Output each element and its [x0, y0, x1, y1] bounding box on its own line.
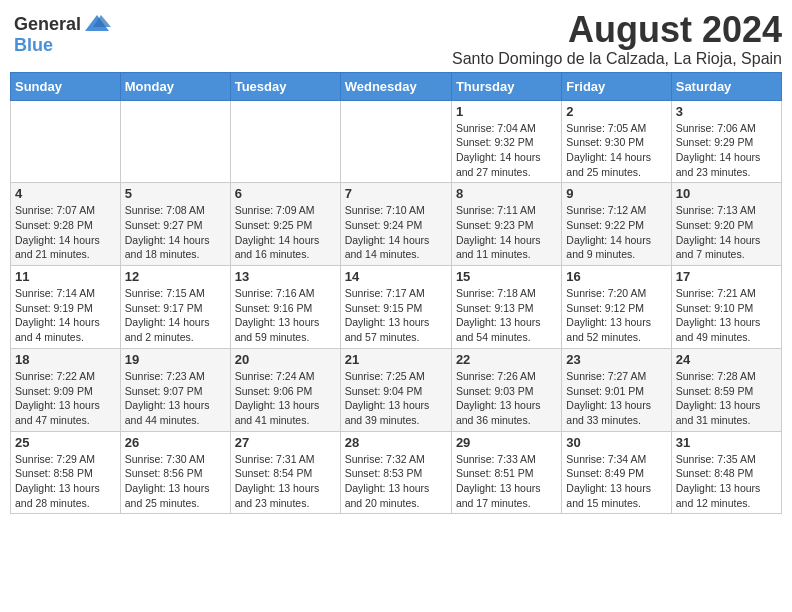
calendar-week-row: 18Sunrise: 7:22 AM Sunset: 9:09 PM Dayli…	[11, 348, 782, 431]
day-info: Sunrise: 7:25 AM Sunset: 9:04 PM Dayligh…	[345, 369, 447, 428]
day-number: 26	[125, 435, 226, 450]
calendar-cell: 17Sunrise: 7:21 AM Sunset: 9:10 PM Dayli…	[671, 266, 781, 349]
calendar-cell: 14Sunrise: 7:17 AM Sunset: 9:15 PM Dayli…	[340, 266, 451, 349]
calendar-cell: 21Sunrise: 7:25 AM Sunset: 9:04 PM Dayli…	[340, 348, 451, 431]
day-info: Sunrise: 7:35 AM Sunset: 8:48 PM Dayligh…	[676, 452, 777, 511]
day-number: 23	[566, 352, 666, 367]
logo-icon	[83, 13, 111, 35]
calendar-week-row: 11Sunrise: 7:14 AM Sunset: 9:19 PM Dayli…	[11, 266, 782, 349]
day-info: Sunrise: 7:31 AM Sunset: 8:54 PM Dayligh…	[235, 452, 336, 511]
day-info: Sunrise: 7:30 AM Sunset: 8:56 PM Dayligh…	[125, 452, 226, 511]
day-info: Sunrise: 7:24 AM Sunset: 9:06 PM Dayligh…	[235, 369, 336, 428]
day-info: Sunrise: 7:06 AM Sunset: 9:29 PM Dayligh…	[676, 121, 777, 180]
day-info: Sunrise: 7:10 AM Sunset: 9:24 PM Dayligh…	[345, 203, 447, 262]
day-info: Sunrise: 7:20 AM Sunset: 9:12 PM Dayligh…	[566, 286, 666, 345]
calendar-cell: 31Sunrise: 7:35 AM Sunset: 8:48 PM Dayli…	[671, 431, 781, 514]
day-number: 30	[566, 435, 666, 450]
day-number: 25	[15, 435, 116, 450]
day-info: Sunrise: 7:28 AM Sunset: 8:59 PM Dayligh…	[676, 369, 777, 428]
calendar-cell: 30Sunrise: 7:34 AM Sunset: 8:49 PM Dayli…	[562, 431, 671, 514]
calendar-cell	[11, 100, 121, 183]
day-number: 20	[235, 352, 336, 367]
calendar-cell: 16Sunrise: 7:20 AM Sunset: 9:12 PM Dayli…	[562, 266, 671, 349]
logo-blue-text: Blue	[14, 35, 53, 56]
day-info: Sunrise: 7:07 AM Sunset: 9:28 PM Dayligh…	[15, 203, 116, 262]
day-number: 28	[345, 435, 447, 450]
day-info: Sunrise: 7:27 AM Sunset: 9:01 PM Dayligh…	[566, 369, 666, 428]
day-number: 5	[125, 186, 226, 201]
calendar-cell: 2Sunrise: 7:05 AM Sunset: 9:30 PM Daylig…	[562, 100, 671, 183]
calendar-body: 1Sunrise: 7:04 AM Sunset: 9:32 PM Daylig…	[11, 100, 782, 514]
day-number: 6	[235, 186, 336, 201]
day-info: Sunrise: 7:04 AM Sunset: 9:32 PM Dayligh…	[456, 121, 557, 180]
calendar-header-row: SundayMondayTuesdayWednesdayThursdayFrid…	[11, 72, 782, 100]
calendar-cell: 5Sunrise: 7:08 AM Sunset: 9:27 PM Daylig…	[120, 183, 230, 266]
day-info: Sunrise: 7:05 AM Sunset: 9:30 PM Dayligh…	[566, 121, 666, 180]
day-info: Sunrise: 7:33 AM Sunset: 8:51 PM Dayligh…	[456, 452, 557, 511]
logo: General Blue	[10, 10, 115, 60]
calendar-day-header: Sunday	[11, 72, 121, 100]
day-info: Sunrise: 7:22 AM Sunset: 9:09 PM Dayligh…	[15, 369, 116, 428]
calendar-cell: 24Sunrise: 7:28 AM Sunset: 8:59 PM Dayli…	[671, 348, 781, 431]
day-number: 13	[235, 269, 336, 284]
day-info: Sunrise: 7:32 AM Sunset: 8:53 PM Dayligh…	[345, 452, 447, 511]
calendar-week-row: 4Sunrise: 7:07 AM Sunset: 9:28 PM Daylig…	[11, 183, 782, 266]
day-info: Sunrise: 7:29 AM Sunset: 8:58 PM Dayligh…	[15, 452, 116, 511]
calendar: SundayMondayTuesdayWednesdayThursdayFrid…	[10, 72, 782, 515]
calendar-day-header: Saturday	[671, 72, 781, 100]
calendar-cell: 23Sunrise: 7:27 AM Sunset: 9:01 PM Dayli…	[562, 348, 671, 431]
day-number: 19	[125, 352, 226, 367]
calendar-cell: 8Sunrise: 7:11 AM Sunset: 9:23 PM Daylig…	[451, 183, 561, 266]
title-area: August 2024 Santo Domingo de la Calzada,…	[115, 10, 782, 68]
day-info: Sunrise: 7:21 AM Sunset: 9:10 PM Dayligh…	[676, 286, 777, 345]
calendar-cell: 6Sunrise: 7:09 AM Sunset: 9:25 PM Daylig…	[230, 183, 340, 266]
header: General Blue August 2024 Santo Domingo d…	[10, 10, 782, 68]
calendar-cell: 10Sunrise: 7:13 AM Sunset: 9:20 PM Dayli…	[671, 183, 781, 266]
calendar-cell	[340, 100, 451, 183]
day-number: 18	[15, 352, 116, 367]
calendar-cell: 22Sunrise: 7:26 AM Sunset: 9:03 PM Dayli…	[451, 348, 561, 431]
logo-general-text: General	[14, 14, 81, 35]
day-number: 16	[566, 269, 666, 284]
day-number: 29	[456, 435, 557, 450]
day-number: 9	[566, 186, 666, 201]
day-info: Sunrise: 7:09 AM Sunset: 9:25 PM Dayligh…	[235, 203, 336, 262]
day-number: 3	[676, 104, 777, 119]
day-number: 1	[456, 104, 557, 119]
day-info: Sunrise: 7:26 AM Sunset: 9:03 PM Dayligh…	[456, 369, 557, 428]
calendar-day-header: Tuesday	[230, 72, 340, 100]
day-number: 27	[235, 435, 336, 450]
day-number: 10	[676, 186, 777, 201]
calendar-cell: 4Sunrise: 7:07 AM Sunset: 9:28 PM Daylig…	[11, 183, 121, 266]
calendar-cell: 13Sunrise: 7:16 AM Sunset: 9:16 PM Dayli…	[230, 266, 340, 349]
day-info: Sunrise: 7:18 AM Sunset: 9:13 PM Dayligh…	[456, 286, 557, 345]
calendar-cell: 27Sunrise: 7:31 AM Sunset: 8:54 PM Dayli…	[230, 431, 340, 514]
day-number: 11	[15, 269, 116, 284]
day-info: Sunrise: 7:13 AM Sunset: 9:20 PM Dayligh…	[676, 203, 777, 262]
calendar-week-row: 1Sunrise: 7:04 AM Sunset: 9:32 PM Daylig…	[11, 100, 782, 183]
day-info: Sunrise: 7:08 AM Sunset: 9:27 PM Dayligh…	[125, 203, 226, 262]
calendar-day-header: Thursday	[451, 72, 561, 100]
main-title: August 2024	[115, 10, 782, 50]
calendar-cell: 15Sunrise: 7:18 AM Sunset: 9:13 PM Dayli…	[451, 266, 561, 349]
day-info: Sunrise: 7:15 AM Sunset: 9:17 PM Dayligh…	[125, 286, 226, 345]
calendar-cell: 28Sunrise: 7:32 AM Sunset: 8:53 PM Dayli…	[340, 431, 451, 514]
calendar-day-header: Monday	[120, 72, 230, 100]
calendar-cell: 26Sunrise: 7:30 AM Sunset: 8:56 PM Dayli…	[120, 431, 230, 514]
day-info: Sunrise: 7:16 AM Sunset: 9:16 PM Dayligh…	[235, 286, 336, 345]
day-number: 14	[345, 269, 447, 284]
calendar-cell	[230, 100, 340, 183]
calendar-cell: 7Sunrise: 7:10 AM Sunset: 9:24 PM Daylig…	[340, 183, 451, 266]
calendar-cell: 25Sunrise: 7:29 AM Sunset: 8:58 PM Dayli…	[11, 431, 121, 514]
day-number: 17	[676, 269, 777, 284]
calendar-cell: 19Sunrise: 7:23 AM Sunset: 9:07 PM Dayli…	[120, 348, 230, 431]
day-number: 24	[676, 352, 777, 367]
calendar-day-header: Friday	[562, 72, 671, 100]
calendar-day-header: Wednesday	[340, 72, 451, 100]
day-info: Sunrise: 7:14 AM Sunset: 9:19 PM Dayligh…	[15, 286, 116, 345]
day-number: 15	[456, 269, 557, 284]
day-info: Sunrise: 7:11 AM Sunset: 9:23 PM Dayligh…	[456, 203, 557, 262]
day-number: 2	[566, 104, 666, 119]
day-number: 12	[125, 269, 226, 284]
calendar-cell: 1Sunrise: 7:04 AM Sunset: 9:32 PM Daylig…	[451, 100, 561, 183]
